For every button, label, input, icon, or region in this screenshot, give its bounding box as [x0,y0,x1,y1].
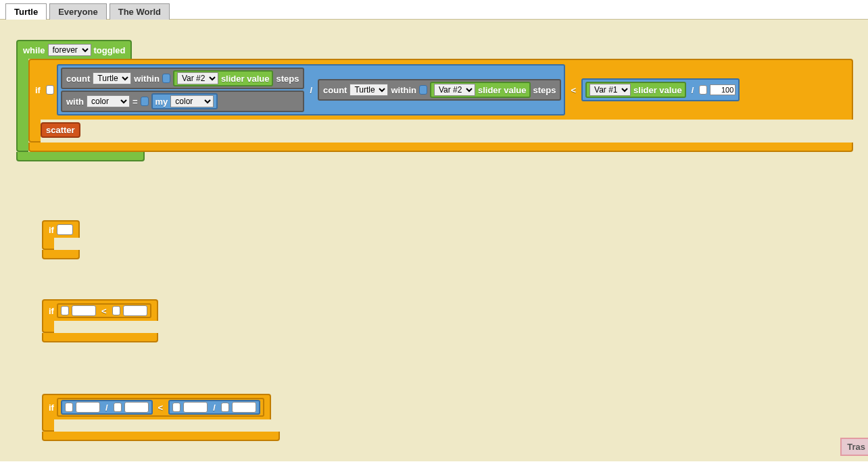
divR-b-slot[interactable] [232,402,256,413]
var2-slider-1[interactable]: Var #2 slider value [173,70,274,86]
workspace-canvas[interactable]: while forever toggled if [0,20,868,461]
var1-slider[interactable]: Var #1 slider value [585,82,686,98]
tab-everyone[interactable]: Everyone [49,3,107,20]
div-op-L: / [103,403,111,413]
var2-select-1[interactable]: Var #2 [177,72,218,84]
trait-socket-icon [141,97,149,106]
if-main-block[interactable]: if count Turtle within [28,59,853,152]
constant-100-input[interactable] [710,84,736,95]
while-mode-select[interactable]: forever [48,44,91,56]
count-label: count [66,74,90,84]
if-div-label: if [49,403,54,413]
within-label: within [134,74,160,84]
divR-b-socket [221,403,229,412]
if-empty-label: if [49,225,54,235]
if-lt-foot [42,333,158,342]
with-trait-block[interactable]: with color = my color [61,91,304,112]
tab-the-world[interactable]: The World [110,3,170,20]
with-label: with [66,97,84,107]
lt-arg2-slot[interactable] [123,305,147,316]
if-label: if [35,85,41,95]
while-block[interactable]: while forever toggled if [16,40,868,161]
if-div-lt-div-head[interactable]: if / < / [42,394,271,419]
divide-right-wrapper[interactable]: Var #1 slider value / [581,78,740,101]
tab-turtle[interactable]: Turtle [5,3,47,20]
div-right[interactable]: / [168,400,260,415]
div-op-R: / [210,403,218,413]
my-trait-select[interactable]: color [170,95,214,107]
steps-label: steps [276,74,299,84]
divR-a-socket [172,403,180,412]
divide-op-1: / [307,85,315,95]
if-foot [28,143,853,152]
if-side [28,120,41,143]
my-color-block[interactable]: my color [151,93,218,109]
slider-value-label-2: slider value [478,85,527,95]
lt-predicate[interactable]: < [57,303,151,318]
count-block-2[interactable]: count Turtle within Var #2 slider value … [318,79,561,101]
within-label-2: within [391,85,416,95]
trash-area[interactable]: Tras [840,438,868,456]
lt-arg1-socket [61,306,69,315]
if-div-lt-div-block[interactable]: if / < / [42,394,280,441]
if-lt-side [42,321,54,333]
slider-value-label: slider value [221,74,270,84]
if-lt-head[interactable]: if < [42,299,158,321]
var1-select[interactable]: Var #1 [589,84,631,96]
divL-b-slot[interactable] [124,402,149,413]
within-socket-icon [162,74,170,83]
if-empty-foot [42,250,80,259]
if-div-side [42,419,54,432]
while-foot [16,152,145,161]
divL-a-socket [65,403,73,412]
lt-of-divs[interactable]: / < / [57,398,264,417]
toggled-label: toggled [94,45,126,55]
if-empty-head[interactable]: if [42,220,80,238]
bool-socket-icon [46,85,54,95]
count-breed-select-2[interactable]: Turtle [349,84,388,96]
trash-label: Tras [847,442,865,452]
divide-left-wrapper[interactable]: count Turtle within Var #2 slider value … [57,64,566,116]
if-lt-block[interactable]: if < [42,299,158,342]
if-empty-side [42,238,54,250]
eq-label: = [132,97,138,107]
if-div-foot [42,432,280,441]
while-side [16,59,28,152]
if-lt-label: if [49,306,54,316]
with-trait-select[interactable]: color [87,95,130,107]
within-socket-icon-2 [419,85,427,95]
divL-b-socket [114,403,122,412]
num-socket-icon [699,85,707,95]
count-label-2: count [323,85,347,95]
if-empty-block[interactable]: if [42,220,80,259]
scatter-label: scatter [46,125,75,135]
divide-op-2: / [689,85,697,95]
scatter-block[interactable]: scatter [41,122,80,138]
lt-arg2-socket [112,306,120,315]
if-main-head[interactable]: if count Turtle within [28,59,853,120]
my-label: my [155,97,168,107]
steps-label-2: steps [533,85,556,95]
count-block-1[interactable]: count Turtle within Var #2 slider value … [61,68,304,89]
lt-op-float: < [99,306,110,316]
while-head[interactable]: while forever toggled [16,40,132,59]
slider-value-label-3: slider value [633,85,682,95]
var2-select-2[interactable]: Var #2 [434,84,475,96]
lt-op-main: < [568,85,579,95]
tab-bar: Turtle Everyone The World [0,0,868,20]
bool-slot-empty[interactable] [57,224,73,235]
divR-a-slot[interactable] [183,402,208,413]
lt-arg1-slot[interactable] [72,305,96,316]
var2-slider-2[interactable]: Var #2 slider value [430,82,531,98]
while-label: while [23,45,45,55]
divL-a-slot[interactable] [76,402,100,413]
div-left[interactable]: / [61,400,153,415]
count-breed-select-1[interactable]: Turtle [93,72,131,84]
lt-op-float2: < [155,403,166,413]
